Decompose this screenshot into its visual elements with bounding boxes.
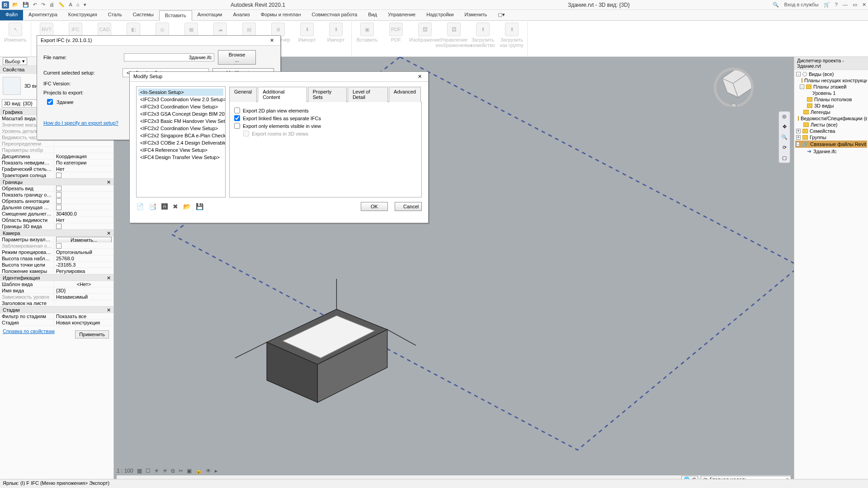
file-name-input[interactable] (124, 53, 214, 61)
qat-print-icon[interactable]: 🖨 (49, 2, 54, 7)
qat-measure-icon[interactable]: 📏 (58, 2, 65, 7)
tab-steel[interactable]: Сталь (103, 10, 127, 20)
export-close-icon[interactable]: ✕ (267, 38, 277, 43)
ribbon-insert[interactable]: ▣Вставить (354, 23, 380, 48)
cb-linked[interactable] (234, 115, 240, 121)
dup-setup-icon[interactable]: 📑 (149, 203, 156, 210)
nav-zoom-icon[interactable]: 🔍 (781, 134, 788, 140)
tree-node[interactable]: -Виды (все) (795, 71, 867, 77)
ribbon-manage-images[interactable]: 🖼Управление изображениями (441, 23, 467, 48)
setup-list-item[interactable]: <In-Session Setup> (138, 89, 223, 96)
tree-node[interactable]: 3D виды (795, 103, 867, 109)
vc-showcrop-icon[interactable]: ▣ (187, 468, 192, 474)
properties-help-link[interactable]: Справка по свойствам (3, 328, 55, 334)
search-icon[interactable]: 🔍 (773, 2, 779, 7)
prop-value[interactable]: Нет (54, 217, 113, 223)
setup-list-item[interactable]: <IFC2x3 Basic FM Handover View Setup> (138, 117, 223, 125)
tree-node[interactable]: +Семейства (795, 128, 867, 134)
vc-lock-icon[interactable]: 🔒 (195, 468, 202, 474)
prop-value[interactable]: Ортогональный (54, 249, 113, 255)
setup-list-item[interactable]: <IFC2x2 Coordination View Setup> (138, 125, 223, 132)
tree-node[interactable]: Планы несущих конструкций (795, 77, 867, 84)
setup-list-item[interactable]: <IFC2x3 Coordination View 2.0 Setup> (138, 96, 223, 103)
cb-visible[interactable] (234, 123, 240, 129)
prop-value[interactable]: Изменить... (54, 236, 113, 242)
import-setup-icon[interactable]: 📂 (183, 203, 191, 210)
tab-view[interactable]: Вид (363, 10, 382, 20)
viewcube[interactable] (712, 64, 755, 107)
vc-hide-icon[interactable]: 👁 (206, 468, 211, 474)
setup-list-item[interactable]: <IFC2x3 Coordination View Setup> (138, 103, 223, 110)
restore-icon[interactable]: ▭ (853, 2, 857, 7)
prop-value[interactable]: 25768.0 (54, 255, 113, 261)
tree-node[interactable]: Листы (все) (795, 122, 867, 128)
howto-link[interactable]: How do I specify an export setup? (43, 120, 118, 126)
browse-button[interactable]: Browse ... (218, 50, 256, 65)
setup-list-item[interactable]: <IFC4 Design Transfer View Setup> (138, 154, 223, 161)
ribbon-pdf[interactable]: PDFPDF (383, 23, 409, 48)
tab-extra-icon[interactable]: ▢▾ (492, 10, 510, 20)
prop-value[interactable] (54, 198, 113, 204)
prop-value[interactable]: Новая конструкция (54, 319, 113, 325)
tree-node[interactable]: Ведомости/Спецификации (в (795, 115, 867, 122)
ok-button[interactable]: OK (361, 202, 388, 211)
tree-node[interactable]: -🔗Связанные файлы Revit (795, 141, 867, 148)
prop-value[interactable]: -23185.3 (54, 262, 113, 267)
new-setup-icon[interactable]: 📄 (136, 203, 144, 210)
tree-node[interactable]: -Планы этажей (795, 84, 867, 90)
tree-node[interactable]: Уровень 1 (795, 90, 867, 96)
setup-list-item[interactable]: <IFC4 Reference View Setup> (138, 146, 223, 154)
modify-close-icon[interactable]: ✕ (415, 74, 425, 80)
rename-setup-icon[interactable]: 🅰 (161, 203, 168, 210)
tree-node[interactable]: Планы потолков (795, 96, 867, 103)
prop-value[interactable]: {3D} (54, 287, 113, 293)
cart-icon[interactable]: 🛒 (824, 2, 830, 7)
tree-node[interactable]: +Группы (795, 134, 867, 141)
prop-value[interactable] (54, 243, 113, 249)
vc-detail-icon[interactable]: ▦ (137, 468, 142, 474)
vc-more-icon[interactable]: ▸ (215, 468, 217, 474)
ribbon-import2[interactable]: ⬇Импорт (323, 23, 349, 48)
qat-save-icon[interactable]: 💾 (23, 2, 29, 7)
tab-massing[interactable]: Формы и генплан (255, 10, 307, 20)
prop-value[interactable] (54, 172, 113, 178)
tab-modify[interactable]: Изменить (459, 10, 493, 20)
tab-file[interactable]: Файл (0, 10, 23, 20)
navigation-bar[interactable]: ◎ ✥ 🔍 ⟳ ▢ (778, 111, 790, 163)
export-setup-icon[interactable]: 💾 (196, 203, 203, 210)
minimize-icon[interactable]: — (843, 2, 848, 7)
qat-redo-icon[interactable]: ↷ (41, 2, 45, 7)
vc-sun-icon[interactable]: ☀ (154, 468, 159, 474)
prop-value[interactable] (54, 300, 113, 306)
scale-label[interactable]: 1 : 100 (117, 468, 133, 474)
qat-more-icon[interactable]: ▾ (84, 2, 86, 7)
delete-setup-icon[interactable]: ✖ (173, 203, 178, 210)
apply-button[interactable]: Применить (75, 330, 109, 338)
qat-home-icon[interactable]: ⌂ (76, 2, 80, 7)
prop-value[interactable]: <Нет> (54, 281, 113, 287)
prop-value[interactable]: 304800.0 (54, 211, 113, 216)
ribbon-load-family[interactable]: ⬆Загрузить семейство (470, 23, 495, 48)
vc-style-icon[interactable]: ☐ (146, 468, 151, 474)
vc-render-icon[interactable]: ⧉ (171, 468, 175, 474)
prop-value[interactable] (54, 192, 113, 197)
nav-orbit-icon[interactable]: ⟳ (783, 145, 787, 150)
tab-annotate[interactable]: Аннотации (192, 10, 228, 20)
nav-wheel-icon[interactable]: ◎ (782, 113, 787, 119)
tab-analyze[interactable]: Анализ (227, 10, 255, 20)
tab-insert[interactable]: Вставить (159, 10, 192, 21)
help-icon[interactable]: ? (835, 2, 838, 7)
nav-box-icon[interactable]: ▢ (782, 155, 787, 161)
qat-undo-icon[interactable]: ↶ (33, 2, 37, 7)
tab-systems[interactable]: Системы (127, 10, 159, 20)
tab-addins[interactable]: Надстройки (421, 10, 459, 20)
selector-dropdown[interactable]: Выбор ▾ (3, 57, 27, 65)
project-check[interactable] (47, 99, 53, 105)
prop-value[interactable] (54, 223, 113, 229)
prop-value[interactable]: Регулировка (54, 268, 113, 274)
tab-general[interactable]: General (229, 87, 257, 102)
tab-level-of-detail[interactable]: Level of Detail (348, 87, 388, 102)
login-link[interactable]: Вход в службы (784, 2, 818, 7)
setup-list-item[interactable]: <IFC2x3 COBie 2.4 Design Deliverable Set… (138, 139, 223, 146)
cb-plan2d[interactable] (234, 108, 240, 113)
